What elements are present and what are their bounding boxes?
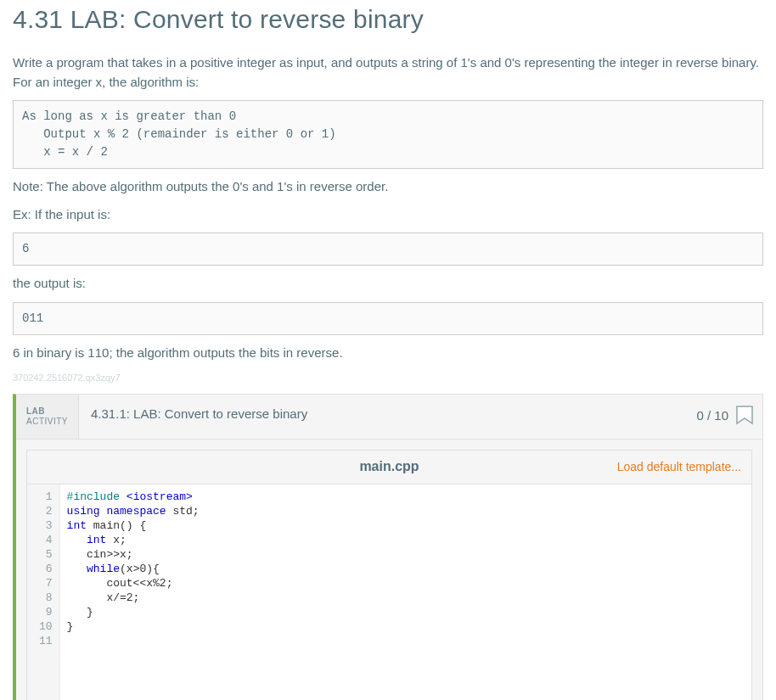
lab-tab-line1: LAB — [26, 406, 68, 417]
example-input-box: 6 — [13, 232, 763, 266]
editor-header: main.cpp Load default template... — [27, 451, 751, 484]
explanation-text: 6 in binary is 110; the algorithm output… — [13, 344, 763, 363]
score-text: 0 / 10 — [696, 406, 728, 426]
bookmark-icon[interactable] — [735, 405, 754, 428]
watermark: 370242.2516072.qx3zqy7 — [13, 371, 763, 385]
output-label: the output is: — [13, 274, 763, 294]
line-gutter: 1234567891011 — [27, 484, 60, 701]
lab-panel: LAB ACTIVITY 4.31.1: LAB: Convert to rev… — [13, 394, 763, 701]
intro-text: Write a program that takes in a positive… — [13, 53, 763, 92]
lab-name: 4.31.1: LAB: Convert to reverse binary — [79, 395, 688, 439]
lab-tab-line2: ACTIVITY — [26, 417, 68, 427]
example-label: Ex: If the input is: — [13, 205, 763, 225]
algorithm-box: As long as x is greater than 0 Output x … — [13, 100, 763, 169]
page-title: 4.31 LAB: Convert to reverse binary — [13, 0, 763, 38]
load-default-link[interactable]: Load default template... — [617, 458, 741, 476]
note-text: Note: The above algorithm outputs the 0'… — [13, 177, 763, 197]
filename-label: main.cpp — [359, 456, 419, 477]
lab-activity-tab[interactable]: LAB ACTIVITY — [16, 395, 79, 439]
lab-header: LAB ACTIVITY 4.31.1: LAB: Convert to rev… — [16, 395, 762, 440]
code-editor[interactable]: 1234567891011 #include <iostream>using n… — [27, 484, 751, 701]
lab-score: 0 / 10 — [688, 395, 762, 439]
code-editor-wrap: main.cpp Load default template... 123456… — [26, 450, 752, 701]
example-output-box: 011 — [13, 302, 763, 335]
code-lines[interactable]: #include <iostream>using namespace std;i… — [60, 484, 751, 701]
